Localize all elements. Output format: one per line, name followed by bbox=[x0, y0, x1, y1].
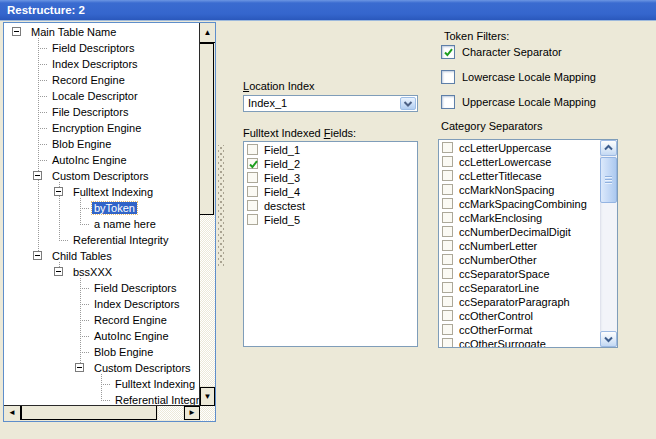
minus-box-icon[interactable] bbox=[33, 171, 42, 180]
checkbox-list-item[interactable]: ccOtherFormat bbox=[439, 323, 600, 337]
triangle-left-icon[interactable]: ◄ bbox=[4, 406, 21, 420]
tree-item[interactable]: Fulltext Indexing bbox=[4, 376, 200, 392]
checked-checkbox[interactable] bbox=[247, 158, 258, 169]
minus-box-icon[interactable] bbox=[12, 27, 21, 36]
tree-item[interactable]: AutoInc Engine bbox=[4, 328, 200, 344]
fulltext-fields-list[interactable]: Field_1Field_2Field_3Field_4desctestFiel… bbox=[243, 141, 418, 347]
checkbox-list-item[interactable]: ccSeparatorLine bbox=[439, 281, 600, 295]
checkbox-list-item[interactable]: ccNumberLetter bbox=[439, 239, 600, 253]
unchecked-checkbox[interactable] bbox=[441, 70, 455, 84]
tree-item[interactable]: Field Descriptors bbox=[4, 280, 200, 296]
combo-dropdown-button[interactable] bbox=[400, 97, 416, 110]
tree-item[interactable]: Record Engine bbox=[4, 72, 200, 88]
checkbox-list-item[interactable]: ccSeparatorSpace bbox=[439, 267, 600, 281]
checkbox-list-item[interactable]: ccMarkEnclosing bbox=[439, 211, 600, 225]
checkbox-list-item[interactable]: ccLetterLowercase bbox=[439, 155, 600, 169]
tree-item[interactable]: Encryption Engine bbox=[4, 120, 200, 136]
category-separators-list[interactable]: ccLetterUppercaseccLetterLowercaseccLett… bbox=[438, 139, 618, 348]
tree-vscroll-thumb[interactable] bbox=[200, 43, 214, 215]
tree-item[interactable]: Custom Descriptors bbox=[4, 360, 200, 376]
unchecked-checkbox[interactable] bbox=[442, 240, 453, 251]
tree-vscroll-track[interactable] bbox=[200, 215, 215, 386]
checkbox-list-item[interactable]: ccOtherControl bbox=[439, 309, 600, 323]
tree-vertical-scrollbar[interactable]: ▲ ▼ bbox=[199, 23, 215, 406]
tree-item[interactable]: byToken bbox=[4, 200, 200, 216]
tree-item[interactable]: Index Descriptors bbox=[4, 56, 200, 72]
unchecked-checkbox[interactable] bbox=[442, 268, 453, 279]
checkbox-list-item[interactable]: Character Separator bbox=[441, 45, 596, 59]
unchecked-checkbox[interactable] bbox=[247, 172, 258, 183]
tree-item[interactable]: Referential Integrity bbox=[4, 392, 200, 406]
checkbox-list-item[interactable]: ccOtherSurrogate bbox=[439, 337, 600, 348]
unchecked-checkbox[interactable] bbox=[442, 226, 453, 237]
triangle-down-icon[interactable]: ▼ bbox=[200, 387, 215, 406]
tree-hscroll-track[interactable] bbox=[158, 406, 183, 420]
tree-item[interactable]: Custom Descriptors bbox=[4, 168, 200, 184]
splitter-grip[interactable] bbox=[218, 145, 224, 267]
tree-item[interactable]: Index Descriptors bbox=[4, 296, 200, 312]
unchecked-checkbox[interactable] bbox=[442, 324, 453, 335]
unchecked-checkbox[interactable] bbox=[442, 296, 453, 307]
unchecked-checkbox[interactable] bbox=[442, 310, 453, 321]
unchecked-checkbox[interactable] bbox=[442, 142, 453, 153]
tree-hscroll-thumb[interactable] bbox=[21, 406, 157, 420]
category-scroll-thumb[interactable] bbox=[600, 157, 617, 203]
tree-item[interactable]: Referential Integrity bbox=[4, 232, 200, 248]
minus-box-icon[interactable] bbox=[54, 187, 63, 196]
tree-item[interactable]: bssXXX bbox=[4, 264, 200, 280]
triangle-right-icon[interactable]: ► bbox=[184, 406, 200, 420]
unchecked-checkbox[interactable] bbox=[247, 186, 258, 197]
scroll-up-button[interactable] bbox=[600, 140, 617, 156]
unchecked-checkbox[interactable] bbox=[442, 338, 453, 348]
unchecked-checkbox[interactable] bbox=[442, 198, 453, 209]
tree-item[interactable]: Field Descriptors bbox=[4, 40, 200, 56]
scroll-down-button[interactable] bbox=[600, 331, 617, 347]
checkbox-list-item[interactable]: Field_3 bbox=[244, 171, 417, 185]
unchecked-checkbox[interactable] bbox=[247, 214, 258, 225]
checked-checkbox[interactable] bbox=[441, 45, 455, 59]
checkbox-list-item[interactable]: Field_4 bbox=[244, 185, 417, 199]
unchecked-checkbox[interactable] bbox=[442, 254, 453, 265]
checkbox-list-item[interactable]: Uppercase Locale Mapping bbox=[441, 95, 596, 109]
checkbox-list-item[interactable]: desctest bbox=[244, 199, 417, 213]
unchecked-checkbox[interactable] bbox=[442, 282, 453, 293]
checkbox-list-item[interactable]: Lowercase Locale Mapping bbox=[441, 70, 596, 84]
category-scrollbar[interactable] bbox=[600, 140, 617, 347]
triangle-up-icon[interactable]: ▲ bbox=[200, 23, 215, 43]
tree-item[interactable]: Fulltext Indexing bbox=[4, 184, 200, 200]
tree-item[interactable]: Blob Engine bbox=[4, 136, 200, 152]
tree-item[interactable]: a name here bbox=[4, 216, 200, 232]
tree-item[interactable]: Child Tables bbox=[4, 248, 200, 264]
title-bar[interactable]: Restructure: 2 bbox=[0, 0, 656, 21]
tree-item[interactable]: File Descriptors bbox=[4, 104, 200, 120]
unchecked-checkbox[interactable] bbox=[442, 184, 453, 195]
minus-box-icon[interactable] bbox=[54, 267, 63, 276]
tree-viewport[interactable]: Main Table NameField DescriptorsIndex De… bbox=[4, 23, 200, 406]
unchecked-checkbox[interactable] bbox=[442, 212, 453, 223]
checkbox-list-item[interactable]: ccMarkNonSpacing bbox=[439, 183, 600, 197]
minus-box-icon[interactable] bbox=[33, 251, 42, 260]
unchecked-checkbox[interactable] bbox=[441, 95, 455, 109]
unchecked-checkbox[interactable] bbox=[442, 170, 453, 181]
tree-item[interactable]: Locale Descriptor bbox=[4, 88, 200, 104]
tree-item[interactable]: Blob Engine bbox=[4, 344, 200, 360]
tree-item[interactable]: Record Engine bbox=[4, 312, 200, 328]
tree-horizontal-scrollbar[interactable]: ◄ ► bbox=[4, 405, 200, 421]
tree-item[interactable]: Main Table Name bbox=[4, 24, 200, 40]
checkbox-list-item[interactable]: ccMarkSpacingCombining bbox=[439, 197, 600, 211]
checkbox-list-item[interactable]: ccNumberOther bbox=[439, 253, 600, 267]
tree-item[interactable]: AutoInc Engine bbox=[4, 152, 200, 168]
checkbox-list-item[interactable]: ccSeparatorParagraph bbox=[439, 295, 600, 309]
minus-box-icon[interactable] bbox=[75, 363, 84, 372]
checkbox-list-item[interactable]: ccLetterTitlecase bbox=[439, 169, 600, 183]
checkbox-list-item[interactable]: ccNumberDecimalDigit bbox=[439, 225, 600, 239]
structure-tree[interactable]: Main Table NameField DescriptorsIndex De… bbox=[3, 22, 216, 422]
unchecked-checkbox[interactable] bbox=[247, 200, 258, 211]
unchecked-checkbox[interactable] bbox=[442, 156, 453, 167]
checkbox-list-item[interactable]: ccLetterUppercase bbox=[439, 141, 600, 155]
location-index-select[interactable]: Index_1 bbox=[243, 95, 418, 112]
unchecked-checkbox[interactable] bbox=[247, 144, 258, 155]
checkbox-list-item[interactable]: Field_2 bbox=[244, 157, 417, 171]
checkbox-list-item[interactable]: Field_1 bbox=[244, 143, 417, 157]
checkbox-list-item[interactable]: Field_5 bbox=[244, 213, 417, 227]
